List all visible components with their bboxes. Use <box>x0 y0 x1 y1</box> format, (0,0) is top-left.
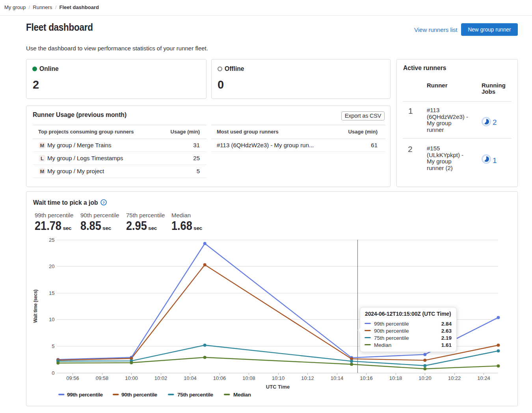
svg-text:Median: Median <box>233 392 251 398</box>
svg-text:10:18: 10:18 <box>389 375 402 381</box>
svg-text:09:56: 09:56 <box>66 375 79 381</box>
svg-text:Wait time (secs): Wait time (secs) <box>33 289 39 323</box>
svg-text:10: 10 <box>49 317 54 322</box>
svg-text:10:00: 10:00 <box>125 375 138 381</box>
svg-text:10:16: 10:16 <box>360 375 373 381</box>
svg-text:10:20: 10:20 <box>419 375 432 381</box>
svg-text:15: 15 <box>49 290 54 296</box>
svg-text:90th percentile: 90th percentile <box>121 392 158 398</box>
svg-text:0: 0 <box>52 370 54 376</box>
svg-text:10:22: 10:22 <box>448 375 461 381</box>
svg-text:10:12: 10:12 <box>301 375 314 381</box>
svg-text:10:14: 10:14 <box>331 375 344 381</box>
svg-text:UTC Time: UTC Time <box>266 384 290 390</box>
svg-text:20: 20 <box>49 263 54 269</box>
svg-text:09:58: 09:58 <box>96 375 109 381</box>
svg-text:10:04: 10:04 <box>184 375 197 381</box>
svg-text:10:10: 10:10 <box>272 375 285 381</box>
svg-text:99th percentile: 99th percentile <box>67 392 103 398</box>
svg-text:10:24: 10:24 <box>477 375 490 381</box>
svg-text:10:08: 10:08 <box>242 375 255 381</box>
svg-text:5: 5 <box>52 343 54 349</box>
svg-text:25: 25 <box>49 237 54 243</box>
svg-text:10:02: 10:02 <box>154 375 167 381</box>
svg-text:10:06: 10:06 <box>213 375 226 381</box>
svg-text:75th percentile: 75th percentile <box>177 392 214 398</box>
